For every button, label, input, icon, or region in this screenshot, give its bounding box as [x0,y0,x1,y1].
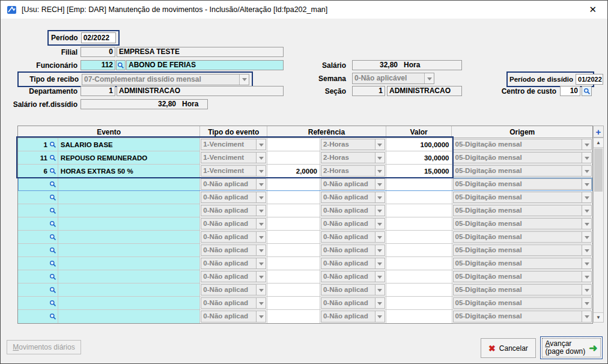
reference-unit-dropdown[interactable]: 0-Não aplicad [320,217,386,230]
event-name-cell[interactable] [58,284,201,296]
event-lookup-icon[interactable] [49,181,56,188]
origin-dropdown[interactable]: 05-Digitação mensal [452,165,593,177]
event-name-cell[interactable]: REPOUSO REMUNERADO [58,151,201,164]
chevron-down-icon[interactable] [582,298,591,308]
chevron-down-icon[interactable] [582,219,591,229]
value-input[interactable] [386,270,452,283]
reference-input[interactable] [267,284,320,296]
event-lookup-icon[interactable] [49,247,56,254]
value-input[interactable] [386,284,452,296]
event-lookup-icon[interactable] [49,141,56,148]
origin-dropdown[interactable]: 05-Digitação mensal [452,310,593,323]
event-lookup-icon[interactable] [49,260,56,267]
chevron-down-icon[interactable] [375,192,385,202]
event-name-cell[interactable]: SALARIO BASE [58,138,201,151]
origin-dropdown[interactable]: 05-Digitação mensal [452,204,593,217]
reference-unit-dropdown[interactable]: 0-Não aplicad [320,204,386,217]
event-lookup-icon[interactable] [49,273,56,281]
reference-unit-dropdown[interactable]: 0-Não aplicad [320,257,386,270]
chevron-down-icon[interactable] [375,139,385,150]
reference-unit-dropdown[interactable]: 0-Não aplicad [320,310,386,323]
funcionario-name-field[interactable]: ABONO DE FERIAS [126,60,284,70]
event-lookup-icon[interactable] [49,234,56,241]
origin-dropdown[interactable]: 05-Digitação mensal [452,297,593,309]
chevron-down-icon[interactable] [375,285,385,295]
origin-dropdown[interactable]: 05-Digitação mensal [452,231,593,243]
origin-dropdown[interactable]: 05-Digitação mensal [452,191,593,204]
reference-input[interactable]: 2,0000 [267,165,320,177]
event-type-dropdown[interactable]: 0-Não aplicad [200,191,267,204]
scroll-up-icon[interactable]: ▲ [594,138,603,148]
chevron-down-icon[interactable] [582,139,591,150]
event-code-cell[interactable] [18,217,58,230]
event-code-cell[interactable]: 11 [18,151,58,164]
reference-unit-dropdown[interactable]: 0-Não aplicad [320,178,386,190]
reference-input[interactable] [267,270,320,283]
value-input[interactable] [386,231,452,243]
chevron-down-icon[interactable] [375,219,385,229]
origin-dropdown[interactable]: 05-Digitação mensal [452,284,593,296]
value-input[interactable] [386,310,452,323]
reference-input[interactable] [267,138,320,151]
chevron-down-icon[interactable] [375,258,385,268]
event-type-dropdown[interactable]: 0-Não aplicad [200,231,267,243]
event-lookup-icon[interactable] [49,207,56,214]
event-type-dropdown[interactable]: 1-Venciment [200,138,267,151]
origin-dropdown[interactable]: 05-Digitação mensal [452,138,593,151]
reference-unit-dropdown[interactable]: 0-Não aplicad [320,191,386,204]
event-code-cell[interactable]: 1 [18,138,58,151]
close-icon[interactable]: ✕ [584,3,601,16]
event-name-cell[interactable] [58,231,201,243]
value-input[interactable] [386,244,452,256]
cancel-button[interactable]: ✖ Cancelar [481,338,536,358]
event-name-cell[interactable] [58,244,201,256]
event-lookup-icon[interactable] [49,154,56,162]
periodo-input[interactable]: 02/2022 [81,32,116,43]
event-code-cell[interactable] [18,284,58,296]
value-input[interactable] [386,204,452,217]
origin-dropdown[interactable]: 05-Digitação mensal [452,217,593,230]
event-lookup-icon[interactable] [49,313,56,320]
value-input[interactable] [386,191,452,204]
value-input[interactable]: 30,0000 [386,151,452,164]
chevron-down-icon[interactable] [256,205,266,216]
reference-unit-dropdown[interactable]: 2-Horas [320,151,386,164]
event-name-cell[interactable] [58,178,201,190]
chevron-down-icon[interactable] [256,285,266,295]
chevron-down-icon[interactable] [582,311,591,322]
reference-input[interactable] [267,310,320,323]
chevron-down-icon[interactable] [582,285,591,295]
reference-unit-dropdown[interactable]: 0-Não aplicad [320,270,386,283]
chevron-down-icon[interactable] [424,73,434,83]
event-name-cell[interactable] [58,204,201,217]
funcionario-lookup-icon[interactable] [116,60,126,70]
reference-input[interactable] [267,191,320,204]
reference-input[interactable] [267,244,320,256]
periodo-dissidio-input[interactable]: 01/2022 [576,74,603,85]
reference-input[interactable] [267,151,320,164]
chevron-down-icon[interactable] [582,179,591,189]
chevron-down-icon[interactable] [582,166,591,176]
chevron-down-icon[interactable] [582,192,591,202]
chevron-down-icon[interactable] [375,245,385,255]
chevron-down-icon[interactable] [256,166,266,176]
reference-input[interactable] [267,178,320,190]
chevron-down-icon[interactable] [375,271,385,282]
chevron-down-icon[interactable] [375,153,385,163]
event-type-dropdown[interactable]: 0-Não aplicad [200,257,267,270]
chevron-down-icon[interactable] [375,311,385,322]
chevron-down-icon[interactable] [582,258,591,268]
origin-dropdown[interactable]: 05-Digitação mensal [452,178,593,190]
event-name-cell[interactable]: HORAS EXTRAS 50 % [58,165,201,177]
origin-dropdown[interactable]: 05-Digitação mensal [452,151,593,164]
chevron-down-icon[interactable] [239,74,249,85]
event-type-dropdown[interactable]: 1-Venciment [200,165,267,177]
value-input[interactable] [386,297,452,309]
event-code-cell[interactable] [18,257,58,270]
scroll-down-icon[interactable]: ▼ [594,312,603,322]
value-input[interactable] [386,178,452,190]
origin-dropdown[interactable]: 05-Digitação mensal [452,257,593,270]
reference-unit-dropdown[interactable]: 2-Horas [320,165,386,177]
reference-unit-dropdown[interactable]: 2-Horas [320,138,386,151]
event-code-cell[interactable] [18,231,58,243]
